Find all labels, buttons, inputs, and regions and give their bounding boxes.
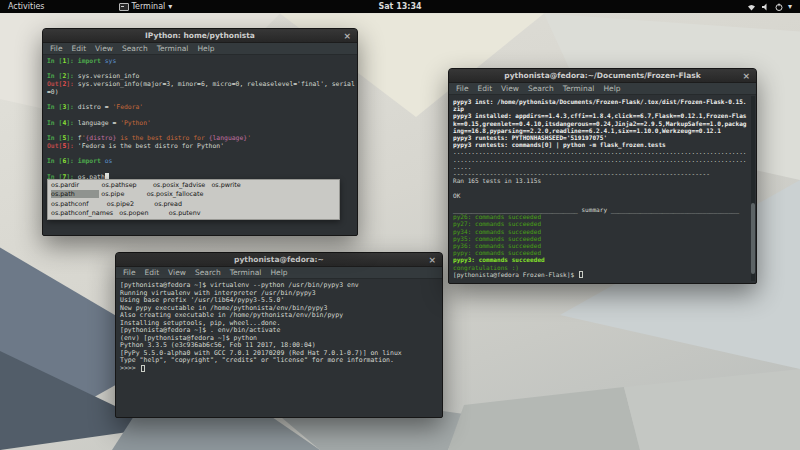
- terminal-line: py35: commands succeeded: [453, 235, 749, 242]
- terminal-line: py36: commands succeeded: [453, 242, 749, 249]
- window-ipython: IPython: home/pythonista × FileEditViewS…: [42, 28, 358, 236]
- text-segment: pypy: commands succeeded: [453, 249, 541, 256]
- menu-help[interactable]: Help: [603, 84, 620, 93]
- text-segment: ': [247, 134, 251, 142]
- text-segment: =0): [47, 88, 59, 96]
- text-segment: py34: commands succeeded: [453, 228, 541, 235]
- app-menu-button[interactable]: Terminal ▾: [119, 2, 173, 11]
- terminal-line: py26: commands succeeded: [453, 213, 749, 220]
- terminal-line: Out[5]: 'Fedora is the best distro for P…: [47, 143, 353, 151]
- terminal-line: zip: [453, 105, 749, 112]
- terminal-line: k==0.15,greenlet==0.4.10,itsdangerous==0…: [453, 120, 749, 127]
- terminal-icon: [119, 3, 129, 11]
- terminal-line: [453, 184, 749, 191]
- text-segment: os.pathconf_names os.popen os.putenv: [51, 209, 201, 217]
- system-status-area[interactable]: ▾: [747, 2, 800, 11]
- titlebar[interactable]: pythonista@fedora:~ ×: [116, 253, 442, 267]
- scrollbar[interactable]: [751, 96, 755, 281]
- menu-terminal[interactable]: Terminal: [230, 268, 262, 277]
- text-segment: [141, 365, 145, 372]
- close-button[interactable]: ×: [343, 29, 351, 43]
- terminal-line: pypy3 installed: appdirs==1.4.3,cffi==1.…: [453, 112, 749, 119]
- terminal-line: In [3]: distro = 'Fedora': [47, 104, 353, 112]
- terminal-line: ing==16.8,pyparsing==2.2.0,readline==6.2…: [453, 127, 749, 134]
- terminal-line: pypy3 runtests: commands[0] | python -m …: [453, 141, 749, 148]
- window-title: pythonista@fedora:~/Documents/Frozen-Fla…: [504, 71, 700, 80]
- terminal-content[interactable]: pypy3 inst: /home/pythonista/Documents/F…: [449, 95, 756, 283]
- text-segment: pypy3: commands succeeded: [453, 256, 545, 263]
- text-segment: congratulations :): [453, 264, 519, 271]
- terminal-line: pypy3 runtests: PYTHONHASHSEED='51919707…: [453, 134, 749, 141]
- terminal-line: ........................................…: [453, 156, 749, 163]
- menu-search[interactable]: Search: [528, 84, 554, 93]
- menu-edit[interactable]: Edit: [145, 268, 160, 277]
- text-segment: import: [78, 157, 105, 165]
- completion-popup[interactable]: os.pardir os.pathsep os.posix_fadvise os…: [47, 179, 340, 220]
- text-segment: py27: commands succeeded: [453, 220, 541, 227]
- terminal-line: In [4]: language = 'Python': [47, 120, 353, 128]
- menu-view[interactable]: View: [95, 44, 113, 53]
- titlebar[interactable]: pythonista@fedora:~/Documents/Frozen-Fla…: [449, 69, 756, 83]
- text-segment: ]:: [66, 157, 78, 165]
- menu-view[interactable]: View: [168, 268, 186, 277]
- terminal-line: Type "help", "copyright", "credits" or "…: [120, 357, 438, 365]
- text-segment: py35: commands succeeded: [453, 235, 541, 242]
- terminal-line: =0): [47, 89, 353, 97]
- text-segment: sys.version_info(major=3, minor=6, micro…: [78, 80, 355, 88]
- text-segment: [579, 271, 583, 278]
- terminal-line: In [6]: import os: [47, 158, 353, 166]
- text-segment: In [: [47, 57, 62, 65]
- terminal-line: Ran 165 tests in 13.115s: [453, 177, 749, 184]
- text-segment: >>>>: [120, 364, 140, 372]
- menu-terminal[interactable]: Terminal: [563, 84, 595, 93]
- terminal-line: OK: [453, 192, 749, 199]
- menu-search[interactable]: Search: [195, 268, 221, 277]
- power-icon: [775, 3, 783, 11]
- terminal-content[interactable]: [pythonista@fedora ~]$ virtualenv --pyth…: [116, 279, 442, 417]
- terminal-line: pypy3 inst: /home/pythonista/Documents/F…: [453, 98, 749, 105]
- text-segment: ]:: [66, 80, 78, 88]
- text-segment: distro =: [78, 103, 113, 111]
- text-segment: Type "help", "copyright", "credits" or "…: [120, 356, 394, 364]
- text-segment: 'Fedora is the best distro for Python': [78, 142, 224, 150]
- menu-terminal[interactable]: Terminal: [157, 44, 189, 53]
- menu-file[interactable]: File: [123, 268, 136, 277]
- text-segment: import: [78, 57, 105, 65]
- text-segment: ----------------------------------------…: [453, 170, 710, 177]
- text-segment: zip: [453, 105, 464, 112]
- text-segment: pypy3 runtests: PYTHONHASHSEED='51919707…: [453, 134, 607, 141]
- text-segment: ]:: [66, 119, 78, 127]
- text-segment: __________________________________ summa…: [453, 206, 739, 213]
- terminal-line: os.pathconf os.pipe2 os.pread: [51, 200, 336, 209]
- text-segment: py36: commands succeeded: [453, 242, 541, 249]
- menu-file[interactable]: File: [456, 84, 469, 93]
- menu-bar: FileEditViewSearchTerminalHelp: [43, 43, 357, 55]
- menu-file[interactable]: File: [50, 44, 63, 53]
- menu-edit[interactable]: Edit: [478, 84, 493, 93]
- terminal-line: pypy3: commands succeeded: [453, 256, 749, 263]
- titlebar[interactable]: IPython: home/pythonista ×: [43, 29, 357, 43]
- menu-help[interactable]: Help: [197, 44, 214, 53]
- terminal-line: os.path os.pipe os.posix_fallocate: [51, 190, 336, 199]
- clock[interactable]: Sat 13:34: [378, 2, 421, 11]
- close-button[interactable]: ×: [428, 253, 436, 267]
- menu-search[interactable]: Search: [122, 44, 148, 53]
- text-segment: ........................................…: [453, 156, 747, 163]
- text-segment: 'Fedora': [112, 103, 143, 111]
- volume-icon: [761, 3, 770, 11]
- menu-help[interactable]: Help: [270, 268, 287, 277]
- scrollbar-thumb[interactable]: [751, 203, 755, 273]
- terminal-line: congratulations :): [453, 264, 749, 271]
- text-segment: ing==16.8,pyparsing==2.2.0,readline==6.2…: [453, 127, 721, 134]
- close-button[interactable]: ×: [742, 69, 750, 83]
- menu-bar: FileEditViewSearchTerminalHelp: [449, 83, 756, 95]
- menu-view[interactable]: View: [501, 84, 519, 93]
- terminal-line: Out[2]: sys.version_info(major=3, minor=…: [47, 81, 353, 89]
- text-segment: [pythonista@fedora Frozen-Flask]$: [453, 271, 578, 278]
- chevron-down-icon: ▾: [788, 2, 792, 11]
- menu-edit[interactable]: Edit: [72, 44, 87, 53]
- terminal-line: In [1]: import sys: [47, 58, 353, 66]
- terminal-line: os.pardir os.pathsep os.posix_fadvise os…: [51, 181, 336, 190]
- text-segment: pypy3 installed: appdirs==1.4.3,cffi==1.…: [453, 112, 747, 119]
- activities-button[interactable]: Activities: [0, 2, 53, 11]
